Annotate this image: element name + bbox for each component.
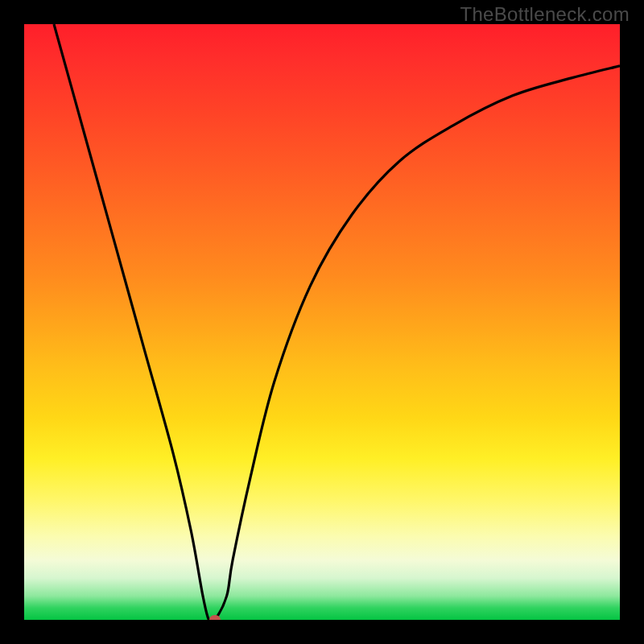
chart-frame: TheBottleneck.com <box>0 0 644 644</box>
bottleneck-curve <box>54 24 620 620</box>
curve-svg <box>24 24 620 620</box>
watermark-text: TheBottleneck.com <box>460 3 630 26</box>
min-marker <box>209 615 221 620</box>
plot-area <box>24 24 620 620</box>
